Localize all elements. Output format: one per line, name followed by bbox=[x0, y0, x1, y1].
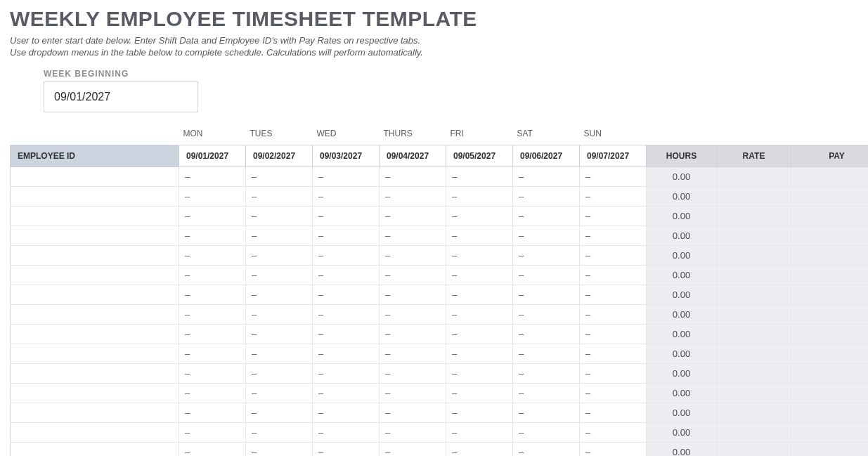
shift-cell[interactable]: – bbox=[513, 344, 580, 363]
shift-cell[interactable]: – bbox=[313, 363, 380, 383]
shift-cell[interactable]: – bbox=[246, 442, 313, 456]
shift-cell[interactable]: – bbox=[179, 206, 246, 226]
shift-cell[interactable]: – bbox=[246, 167, 313, 186]
employee-id-cell[interactable] bbox=[11, 167, 179, 186]
shift-cell[interactable]: – bbox=[380, 422, 446, 442]
shift-cell[interactable]: – bbox=[446, 285, 513, 304]
shift-cell[interactable]: – bbox=[513, 167, 580, 186]
shift-cell[interactable]: – bbox=[179, 285, 246, 304]
shift-cell[interactable]: – bbox=[513, 442, 580, 456]
shift-cell[interactable]: – bbox=[179, 422, 246, 442]
shift-cell[interactable]: – bbox=[246, 383, 313, 403]
shift-cell[interactable]: – bbox=[246, 206, 313, 226]
shift-cell[interactable]: – bbox=[246, 363, 313, 383]
shift-cell[interactable]: – bbox=[513, 226, 580, 245]
shift-cell[interactable]: – bbox=[380, 324, 446, 344]
shift-cell[interactable]: – bbox=[380, 363, 446, 383]
shift-cell[interactable]: – bbox=[246, 245, 313, 265]
shift-cell[interactable]: – bbox=[313, 186, 380, 206]
shift-cell[interactable]: – bbox=[246, 422, 313, 442]
shift-cell[interactable]: – bbox=[380, 304, 446, 324]
shift-cell[interactable]: – bbox=[246, 285, 313, 304]
shift-cell[interactable]: – bbox=[446, 167, 513, 186]
employee-id-cell[interactable] bbox=[11, 285, 179, 304]
shift-cell[interactable]: – bbox=[513, 304, 580, 324]
shift-cell[interactable]: – bbox=[513, 285, 580, 304]
shift-cell[interactable]: – bbox=[513, 403, 580, 422]
shift-cell[interactable]: – bbox=[380, 383, 446, 403]
shift-cell[interactable]: – bbox=[179, 304, 246, 324]
shift-cell[interactable]: – bbox=[446, 226, 513, 245]
week-beginning-input[interactable]: 09/01/2027 bbox=[44, 82, 198, 112]
shift-cell[interactable]: – bbox=[513, 422, 580, 442]
employee-id-cell[interactable] bbox=[11, 206, 179, 226]
shift-cell[interactable]: – bbox=[580, 285, 647, 304]
employee-id-cell[interactable] bbox=[11, 442, 179, 456]
shift-cell[interactable]: – bbox=[513, 206, 580, 226]
shift-cell[interactable]: – bbox=[313, 167, 380, 186]
shift-cell[interactable]: – bbox=[446, 344, 513, 363]
shift-cell[interactable]: – bbox=[313, 324, 380, 344]
shift-cell[interactable]: – bbox=[446, 422, 513, 442]
shift-cell[interactable]: – bbox=[380, 403, 446, 422]
shift-cell[interactable]: – bbox=[179, 226, 246, 245]
employee-id-cell[interactable] bbox=[11, 226, 179, 245]
shift-cell[interactable]: – bbox=[446, 403, 513, 422]
shift-cell[interactable]: – bbox=[513, 363, 580, 383]
shift-cell[interactable]: – bbox=[446, 324, 513, 344]
employee-id-cell[interactable] bbox=[11, 265, 179, 285]
shift-cell[interactable]: – bbox=[580, 363, 647, 383]
shift-cell[interactable]: – bbox=[313, 403, 380, 422]
shift-cell[interactable]: – bbox=[580, 167, 647, 186]
shift-cell[interactable]: – bbox=[313, 265, 380, 285]
shift-cell[interactable]: – bbox=[580, 442, 647, 456]
shift-cell[interactable]: – bbox=[380, 265, 446, 285]
shift-cell[interactable]: – bbox=[313, 344, 380, 363]
shift-cell[interactable]: – bbox=[179, 442, 246, 456]
shift-cell[interactable]: – bbox=[313, 383, 380, 403]
employee-id-cell[interactable] bbox=[11, 344, 179, 363]
shift-cell[interactable]: – bbox=[246, 226, 313, 245]
shift-cell[interactable]: – bbox=[580, 206, 647, 226]
shift-cell[interactable]: – bbox=[313, 245, 380, 265]
shift-cell[interactable]: – bbox=[380, 442, 446, 456]
shift-cell[interactable]: – bbox=[380, 186, 446, 206]
employee-id-cell[interactable] bbox=[11, 245, 179, 265]
shift-cell[interactable]: – bbox=[313, 442, 380, 456]
shift-cell[interactable]: – bbox=[179, 324, 246, 344]
shift-cell[interactable]: – bbox=[246, 265, 313, 285]
shift-cell[interactable]: – bbox=[580, 383, 647, 403]
shift-cell[interactable]: – bbox=[179, 344, 246, 363]
shift-cell[interactable]: – bbox=[446, 383, 513, 403]
shift-cell[interactable]: – bbox=[446, 363, 513, 383]
shift-cell[interactable]: – bbox=[246, 403, 313, 422]
employee-id-cell[interactable] bbox=[11, 304, 179, 324]
shift-cell[interactable]: – bbox=[380, 285, 446, 304]
shift-cell[interactable]: – bbox=[179, 245, 246, 265]
shift-cell[interactable]: – bbox=[246, 304, 313, 324]
shift-cell[interactable]: – bbox=[580, 422, 647, 442]
shift-cell[interactable]: – bbox=[513, 186, 580, 206]
shift-cell[interactable]: – bbox=[446, 265, 513, 285]
employee-id-cell[interactable] bbox=[11, 186, 179, 206]
shift-cell[interactable]: – bbox=[179, 363, 246, 383]
shift-cell[interactable]: – bbox=[580, 245, 647, 265]
employee-id-cell[interactable] bbox=[11, 383, 179, 403]
shift-cell[interactable]: – bbox=[246, 324, 313, 344]
shift-cell[interactable]: – bbox=[380, 226, 446, 245]
shift-cell[interactable]: – bbox=[313, 226, 380, 245]
shift-cell[interactable]: – bbox=[446, 206, 513, 226]
shift-cell[interactable]: – bbox=[179, 383, 246, 403]
shift-cell[interactable]: – bbox=[580, 265, 647, 285]
shift-cell[interactable]: – bbox=[580, 186, 647, 206]
shift-cell[interactable]: – bbox=[513, 265, 580, 285]
employee-id-cell[interactable] bbox=[11, 324, 179, 344]
shift-cell[interactable]: – bbox=[179, 186, 246, 206]
shift-cell[interactable]: – bbox=[179, 403, 246, 422]
shift-cell[interactable]: – bbox=[580, 226, 647, 245]
employee-id-cell[interactable] bbox=[11, 422, 179, 442]
shift-cell[interactable]: – bbox=[446, 186, 513, 206]
shift-cell[interactable]: – bbox=[580, 344, 647, 363]
shift-cell[interactable]: – bbox=[380, 344, 446, 363]
shift-cell[interactable]: – bbox=[380, 206, 446, 226]
